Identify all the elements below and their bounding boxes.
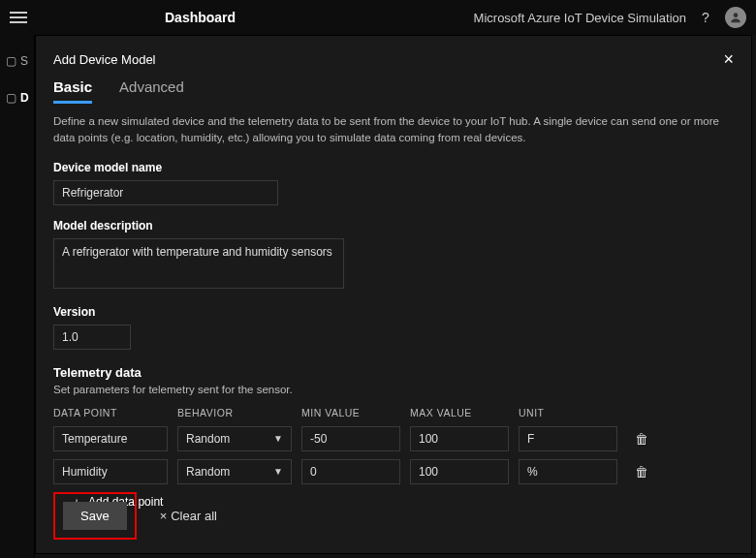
col-min-value: MIN VALUE [301,407,410,418]
table-row: Random ▼ 🗑 [53,459,734,484]
max-value-input[interactable] [410,426,509,451]
telemetry-header-row: DATA POINT BEHAVIOR MIN VALUE MAX VALUE … [53,407,734,418]
rail-square-icon: ▢ [6,91,16,105]
chevron-down-icon: ▼ [273,466,283,477]
behavior-value: Random [186,465,230,479]
top-bar: Dashboard Microsoft Azure IoT Device Sim… [0,0,756,35]
delete-row-icon[interactable]: 🗑 [635,464,648,480]
tabs: Basic Advanced [53,78,734,104]
clear-all-button[interactable]: × Clear all [160,509,217,523]
menu-icon[interactable] [10,8,29,27]
telemetry-subheading: Set parameters for telemetry sent for th… [53,384,734,395]
unit-input[interactable] [519,459,617,484]
clear-all-label: Clear all [171,509,217,523]
col-behavior: BEHAVIOR [177,407,301,418]
avatar[interactable] [725,7,746,28]
panel-title: Add Device Model [53,52,156,67]
model-desc-input[interactable]: A refrigerator with temperature and humi… [53,238,344,289]
col-data-point: DATA POINT [53,407,177,418]
rail-item-1-label: S [20,54,28,68]
chevron-down-icon: ▼ [273,433,283,444]
close-icon[interactable]: × [723,50,734,68]
tab-basic[interactable]: Basic [53,78,92,104]
col-unit: UNIT [519,407,627,418]
min-value-input[interactable] [301,459,400,484]
version-input[interactable] [53,325,131,350]
product-name: Microsoft Azure IoT Device Simulation [474,11,686,25]
rail-item-2[interactable]: ▢ D [0,91,34,105]
device-name-input[interactable] [53,180,278,205]
device-name-label: Device model name [53,161,734,174]
data-point-input[interactable] [53,426,168,451]
rail-square-icon: ▢ [6,54,16,68]
tab-advanced[interactable]: Advanced [119,78,184,104]
table-row: Random ▼ 🗑 [53,426,734,451]
version-label: Version [53,305,734,319]
dashboard-title: Dashboard [165,10,236,25]
close-icon: × [160,509,168,523]
rail-item-1[interactable]: ▢ S [0,54,34,68]
behavior-select[interactable]: Random ▼ [177,459,292,484]
col-max-value: MAX VALUE [410,407,519,418]
max-value-input[interactable] [410,459,509,484]
add-device-model-panel: Add Device Model × Basic Advanced Define… [35,35,752,554]
rail-item-2-label: D [20,91,29,105]
behavior-value: Random [186,432,230,446]
min-value-input[interactable] [301,426,400,451]
unit-input[interactable] [519,426,617,451]
help-icon[interactable]: ? [698,10,713,25]
data-point-input[interactable] [53,459,168,484]
left-rail: ▢ S ▢ D [0,35,35,558]
svg-point-0 [734,13,739,17]
panel-footer: Save × Clear all [53,492,217,540]
behavior-select[interactable]: Random ▼ [177,426,292,451]
delete-row-icon[interactable]: 🗑 [635,431,648,447]
panel-description: Define a new simulated device and the te… [53,113,732,147]
model-desc-label: Model description [53,219,734,232]
save-highlight: Save [53,492,137,540]
save-button[interactable]: Save [63,502,127,530]
telemetry-heading: Telemetry data [53,365,734,380]
